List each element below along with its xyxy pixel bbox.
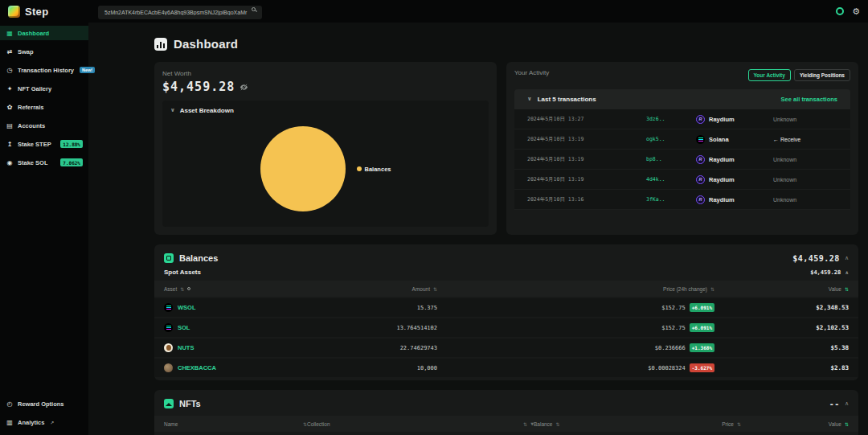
raydium-icon [696, 115, 705, 124]
nfts-total: -- [829, 400, 840, 408]
sidebar-item-reward-options[interactable]: ◴ Reward Options [0, 396, 88, 411]
sidebar-item-stake-step[interactable]: ↥ Stake STEP 12.88% [0, 137, 88, 151]
chevron-up-icon[interactable]: ∧ [845, 401, 849, 407]
balances-pie-slice[interactable] [260, 126, 346, 211]
tab-your-activity[interactable]: Your Activity [748, 69, 791, 81]
column-price[interactable]: Price ⇅ [620, 421, 741, 427]
search-icon [252, 7, 256, 11]
protocol-name: Raydium [709, 116, 735, 123]
column-asset[interactable]: Asset ⇅ [164, 286, 301, 292]
column-collection[interactable]: Collection ⇅ ▼ [307, 421, 534, 427]
sidebar-item-label: Reward Options [18, 400, 64, 408]
transaction-hash-link[interactable]: ogk5.. [646, 136, 696, 142]
raydium-icon [696, 155, 705, 164]
transaction-protocol: Solana [696, 135, 773, 144]
net-worth-label: Net Worth [162, 70, 489, 77]
sort-icon: ⇅ [845, 286, 849, 292]
sidebar-item-stake-sol[interactable]: ◉ Stake SOL 7.062% [0, 155, 88, 170]
asset-filter-search-icon[interactable] [187, 287, 190, 290]
price-change-badge: -3.627% [690, 363, 714, 372]
app-root: Step ⚙ ▦ Dashboard ⇄ Swap ◷ [0, 0, 868, 435]
see-all-transactions-link[interactable]: See all transactions [781, 96, 837, 103]
stake-step-icon: ↥ [6, 141, 14, 148]
sidebar-item-label: Dashboard [18, 30, 49, 37]
sidebar-item-label: Swap [18, 48, 34, 55]
wallet-search-input[interactable] [98, 6, 262, 19]
tab-yielding-positions[interactable]: Yielding Positions [794, 69, 850, 81]
column-name[interactable]: Name ⇅ [164, 421, 307, 427]
balances-icon [164, 253, 174, 263]
transaction-date: 2024年5月10日 13:19 [527, 156, 646, 163]
sort-icon: ⇅ [180, 286, 184, 292]
net-worth-value: $4,459.28 [162, 80, 235, 94]
brand[interactable]: Step [8, 6, 88, 18]
legend-label: Balances [365, 166, 391, 173]
sol-token-icon [164, 323, 173, 332]
column-label: Asset [164, 286, 177, 292]
chevron-up-icon[interactable]: ∧ [845, 256, 849, 261]
sidebar-bottom-nav: ◴ Reward Options ▥ Analytics ↗ [0, 396, 88, 433]
pie-legend-balances[interactable]: Balances [357, 166, 391, 173]
protocol-name: Raydium [709, 156, 735, 163]
sidebar-item-referrals[interactable]: ✿ Referrals [0, 100, 88, 114]
your-activity-label: Your Activity [514, 69, 549, 76]
nfts-title: NFTs [179, 399, 201, 408]
column-label: Price (24h change) [663, 286, 707, 292]
sidebar-item-swap[interactable]: ⇄ Swap [0, 44, 88, 59]
asset-name-link[interactable]: NUTS [178, 344, 194, 351]
asset-amount: 13.764514102 [301, 325, 437, 331]
hide-balance-eye-icon[interactable] [240, 83, 248, 92]
column-label: Price [722, 421, 734, 427]
dashboard-title-icon [154, 38, 167, 51]
asset-name-link[interactable]: CHEXBACCA [178, 364, 216, 371]
asset-amount: 22.74629743 [301, 345, 437, 351]
column-amount[interactable]: Amount ⇅ [301, 286, 437, 292]
sidebar-item-transaction-history[interactable]: ◷ Transaction History New! [0, 63, 88, 77]
protocol-name: Raydium [709, 176, 735, 183]
transaction-action: Unknown [773, 177, 837, 183]
nfts-section: NFTs -- ∧ Name ⇅ Collection ⇅ ▼ [154, 390, 858, 435]
protocol-name: Raydium [709, 196, 735, 203]
transaction-hash-link[interactable]: 3fKa.. [646, 196, 696, 203]
chexbacca-token-icon [164, 363, 173, 372]
chevron-down-icon: ∨ [170, 108, 175, 113]
transaction-action: Unknown [773, 157, 837, 162]
pie-chart-area: Balances [162, 117, 489, 227]
column-value[interactable]: Value ⇅ [714, 286, 849, 292]
column-price[interactable]: Price (24h change) ⇅ [437, 286, 714, 292]
last-transactions-toggle[interactable]: ∨ Last 5 transactions [527, 96, 596, 103]
sidebar-item-dashboard[interactable]: ▦ Dashboard [0, 26, 88, 40]
spot-assets-label: Spot Assets [164, 269, 201, 276]
asset-name-link[interactable]: SOL [178, 324, 190, 331]
transaction-hash-link[interactable]: bp8.. [646, 156, 696, 162]
page-header: Dashboard [154, 37, 858, 51]
page-title: Dashboard [174, 37, 238, 51]
balances-table-header: Asset ⇅ Amount ⇅ Price (24h change) ⇅ Va… [154, 281, 858, 297]
protocol-name: Solana [709, 136, 729, 143]
chevron-up-icon[interactable]: ∧ [845, 270, 849, 275]
column-balance[interactable]: Balance ⇅ [534, 421, 620, 427]
price-change-badge: +6.091% [690, 303, 714, 312]
wsol-token-icon [164, 303, 173, 312]
sidebar-item-label: Transaction History [18, 67, 74, 74]
sidebar-item-accounts[interactable]: ▤ Accounts [0, 118, 88, 133]
settings-gear-icon[interactable]: ⚙ [852, 7, 860, 16]
transaction-hash-link[interactable]: 3dz6.. [646, 116, 696, 122]
sidebar-nav: ▦ Dashboard ⇄ Swap ◷ Transaction History… [0, 26, 88, 174]
asset-breakdown-header[interactable]: ∨ Asset Breakdown [162, 101, 489, 117]
column-label: Value [829, 421, 841, 427]
asset-row-wsol: WSOL 15.375 $152.75 +6.091% $2,348.53 [154, 298, 858, 317]
sidebar: ▦ Dashboard ⇄ Swap ◷ Transaction History… [0, 23, 88, 435]
accounts-icon: ▤ [6, 122, 14, 129]
balances-total: $4,459.28 [792, 254, 840, 263]
transaction-date: 2024年5月10日 13:19 [527, 176, 646, 183]
reward-options-icon: ◴ [6, 400, 14, 408]
asset-row-nuts: NUTS 22.74629743 $0.236666 +1.368% $5.38 [154, 339, 858, 357]
loading-ring-icon[interactable] [836, 7, 844, 15]
sidebar-item-nft-gallery[interactable]: ✦ NFT Gallery [0, 81, 88, 96]
transaction-hash-link[interactable]: 4d4k.. [646, 176, 696, 183]
column-value[interactable]: Value ⇅ [741, 421, 849, 427]
asset-name-link[interactable]: WSOL [178, 304, 196, 311]
external-link-icon: ↗ [50, 420, 54, 425]
sidebar-item-analytics[interactable]: ▥ Analytics ↗ [0, 415, 88, 429]
